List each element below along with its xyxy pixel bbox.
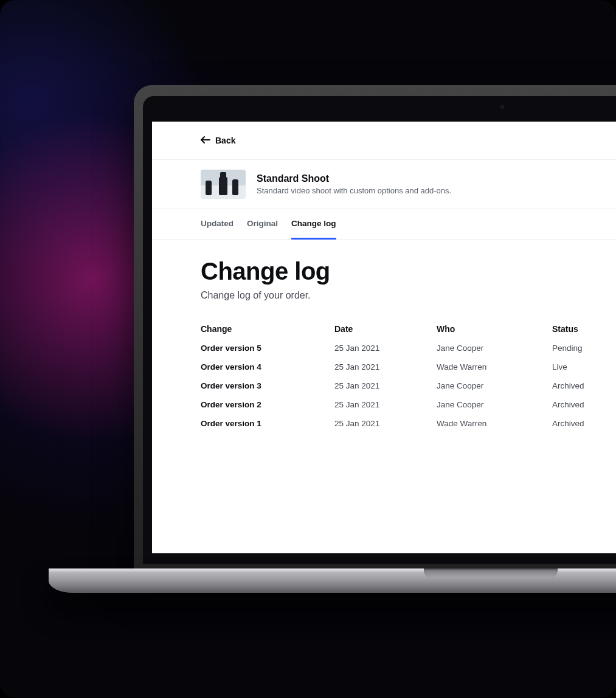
cell-who: Wade Warren: [437, 362, 552, 371]
back-label: Back: [215, 136, 235, 145]
page-subtitle: Change log of your order.: [201, 290, 616, 301]
cell-date: 25 Jan 2021: [334, 344, 437, 353]
cell-status: Archived: [552, 419, 616, 428]
cell-date: 25 Jan 2021: [334, 400, 437, 409]
cell-status: Live: [552, 362, 616, 371]
table-row[interactable]: Order version 5 25 Jan 2021 Jane Cooper …: [201, 339, 616, 358]
table-header: Change Date Who Status: [201, 319, 616, 339]
page-title: Change log: [201, 258, 616, 285]
cell-status: Archived: [552, 400, 616, 409]
cell-change: Order version 4: [201, 362, 334, 371]
table-row[interactable]: Order version 2 25 Jan 2021 Jane Cooper …: [201, 395, 616, 414]
cell-who: Wade Warren: [437, 419, 552, 428]
product-description: Standard video shoot with custom options…: [257, 186, 451, 195]
cell-change: Order version 3: [201, 381, 334, 390]
cell-change: Order version 1: [201, 419, 334, 428]
product-thumbnail: [201, 170, 246, 199]
back-button[interactable]: Back: [201, 136, 235, 146]
col-change: Change: [201, 324, 334, 334]
table-row[interactable]: Order version 3 25 Jan 2021 Jane Cooper …: [201, 376, 616, 395]
product-header: Standard Shoot Standard video shoot with…: [152, 160, 616, 209]
product-title: Standard Shoot: [257, 173, 451, 184]
app-screen: Back Standard Shoot Standard video shoot…: [152, 122, 616, 553]
cell-status: Pending: [552, 344, 616, 353]
cell-date: 25 Jan 2021: [334, 419, 437, 428]
main-content: Change log Change log of your order. Cha…: [152, 240, 616, 451]
cell-date: 25 Jan 2021: [334, 362, 437, 371]
arrow-left-icon: [201, 136, 210, 146]
tab-change-log[interactable]: Change log: [291, 209, 336, 240]
laptop-camera: [500, 105, 505, 109]
cell-change: Order version 2: [201, 400, 334, 409]
table-row[interactable]: Order version 4 25 Jan 2021 Wade Warren …: [201, 358, 616, 376]
cell-who: Jane Cooper: [437, 344, 552, 353]
cell-who: Jane Cooper: [437, 400, 552, 409]
col-status: Status: [552, 324, 616, 334]
cell-who: Jane Cooper: [437, 381, 552, 390]
tabs: Updated Original Change log: [152, 209, 616, 240]
change-log-table: Change Date Who Status Order version 5 2…: [201, 319, 616, 433]
cell-change: Order version 5: [201, 344, 334, 353]
top-bar: Back: [152, 122, 616, 160]
cell-date: 25 Jan 2021: [334, 381, 437, 390]
laptop-notch: [424, 568, 558, 578]
tab-updated[interactable]: Updated: [201, 209, 234, 240]
col-who: Who: [437, 324, 552, 334]
table-row[interactable]: Order version 1 25 Jan 2021 Wade Warren …: [201, 414, 616, 433]
laptop-mockup: Back Standard Shoot Standard video shoot…: [49, 79, 616, 626]
col-date: Date: [334, 324, 437, 334]
cell-status: Archived: [552, 381, 616, 390]
tab-original[interactable]: Original: [247, 209, 278, 240]
